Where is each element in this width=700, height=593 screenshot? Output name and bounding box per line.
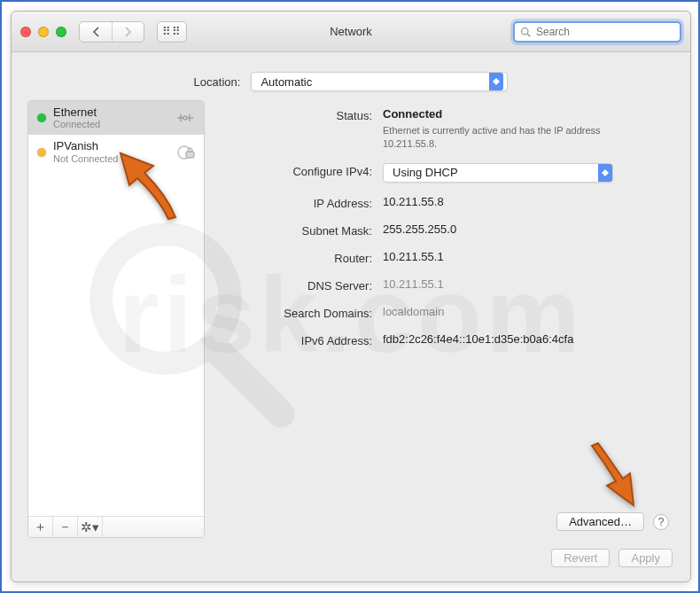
subnet-mask-label: Subnet Mask: xyxy=(217,222,372,238)
advanced-button[interactable]: Advanced… xyxy=(556,512,644,531)
status-value: Connected xyxy=(383,107,669,121)
ip-address-label: IP Address: xyxy=(217,195,372,210)
ipv6-address-label: IPv6 Address: xyxy=(217,332,372,347)
nav-back-button[interactable] xyxy=(80,22,112,42)
add-service-button[interactable]: ＋ xyxy=(28,517,53,537)
location-select[interactable]: Automatic xyxy=(251,72,508,91)
services-list: Ethernet Connected IPVanish Not Connecte… xyxy=(28,101,204,516)
window-title: Network xyxy=(330,25,372,38)
select-stepper-icon xyxy=(598,164,612,182)
search-input[interactable] xyxy=(534,25,674,39)
search-icon xyxy=(520,27,531,37)
search-field[interactable] xyxy=(513,21,681,43)
nav-back-forward xyxy=(79,21,144,43)
window-toolbar: ⠿⠿ Network xyxy=(12,12,690,52)
dns-server-value: 10.211.55.1 xyxy=(383,277,669,291)
status-block: Connected Ethernet is currently active a… xyxy=(383,107,669,151)
services-action-menu[interactable]: ✲▾ xyxy=(78,517,103,537)
apply-button[interactable]: Apply xyxy=(618,549,673,567)
svg-rect-4 xyxy=(186,152,194,158)
search-domains-label: Search Domains: xyxy=(217,305,372,320)
services-sidebar: Ethernet Connected IPVanish Not Connecte… xyxy=(27,100,205,538)
gear-icon: ✲▾ xyxy=(81,519,99,535)
location-label: Location: xyxy=(194,75,241,89)
service-row-ethernet[interactable]: Ethernet Connected xyxy=(28,101,204,135)
plus-icon: ＋ xyxy=(34,519,47,535)
dns-server-label: DNS Server: xyxy=(217,277,372,293)
search-domains-value: localdomain xyxy=(383,305,669,318)
traffic-lights xyxy=(20,27,66,37)
router-value: 10.211.55.1 xyxy=(383,250,669,263)
status-description: Ethernet is currently active and has the… xyxy=(383,124,631,151)
network-prefpane-window: ⠿⠿ Network Location: Automatic Et xyxy=(11,11,691,582)
configure-ipv4-select[interactable]: Using DHCP xyxy=(383,163,613,183)
ipv6-address-value: fdb2:2c26:f4e4::10e1:d35e:b0a6:4cfa xyxy=(383,332,669,346)
configure-ipv4-label: Configure IPv4: xyxy=(217,163,372,178)
service-row-ipvanish[interactable]: IPVanish Not Connected xyxy=(28,135,204,168)
status-dot-connected-icon xyxy=(37,113,46,122)
details-pane: Status: Connected Ethernet is currently … xyxy=(217,100,674,538)
vpn-lock-icon xyxy=(175,144,195,160)
chevron-right-icon xyxy=(124,27,132,37)
service-text: Ethernet Connected xyxy=(53,106,100,129)
svg-point-0 xyxy=(522,27,529,35)
configure-ipv4-value: Using DHCP xyxy=(393,166,458,179)
details-grid: Status: Connected Ethernet is currently … xyxy=(217,107,669,347)
location-row: Location: Automatic xyxy=(12,52,690,100)
chevron-left-icon xyxy=(92,27,100,37)
minus-icon: － xyxy=(58,519,72,535)
grid-icon: ⠿⠿ xyxy=(162,29,182,34)
ip-address-value: 10.211.55.8 xyxy=(383,195,669,208)
service-status: Not Connected xyxy=(53,153,118,164)
remove-service-button[interactable]: － xyxy=(53,517,78,537)
content-area: Ethernet Connected IPVanish Not Connecte… xyxy=(12,100,690,538)
help-icon: ? xyxy=(658,516,665,528)
router-label: Router: xyxy=(217,250,372,265)
window-footer: Revert Apply xyxy=(12,538,690,581)
svg-line-1 xyxy=(527,34,530,36)
ethernet-icon xyxy=(175,110,195,126)
help-button[interactable]: ? xyxy=(653,514,669,530)
svg-point-2 xyxy=(183,116,187,120)
select-stepper-icon xyxy=(489,73,503,90)
show-all-prefs-button[interactable]: ⠿⠿ xyxy=(157,21,187,43)
service-text: IPVanish Not Connected xyxy=(53,140,118,163)
service-name: Ethernet xyxy=(53,106,100,119)
service-status: Connected xyxy=(53,119,100,129)
close-window-button[interactable] xyxy=(20,27,31,37)
nav-forward-button[interactable] xyxy=(112,22,144,42)
revert-button[interactable]: Revert xyxy=(551,549,610,567)
zoom-window-button[interactable] xyxy=(56,27,66,37)
services-footer: ＋ － ✲▾ xyxy=(28,516,204,537)
advanced-row: Advanced… ? xyxy=(217,503,669,531)
minimize-window-button[interactable] xyxy=(38,27,49,37)
location-value: Automatic xyxy=(261,75,312,89)
service-name: IPVanish xyxy=(53,140,118,152)
status-dot-notconnected-icon xyxy=(37,148,46,157)
status-label: Status: xyxy=(217,107,372,122)
subnet-mask-value: 255.255.255.0 xyxy=(383,222,669,236)
